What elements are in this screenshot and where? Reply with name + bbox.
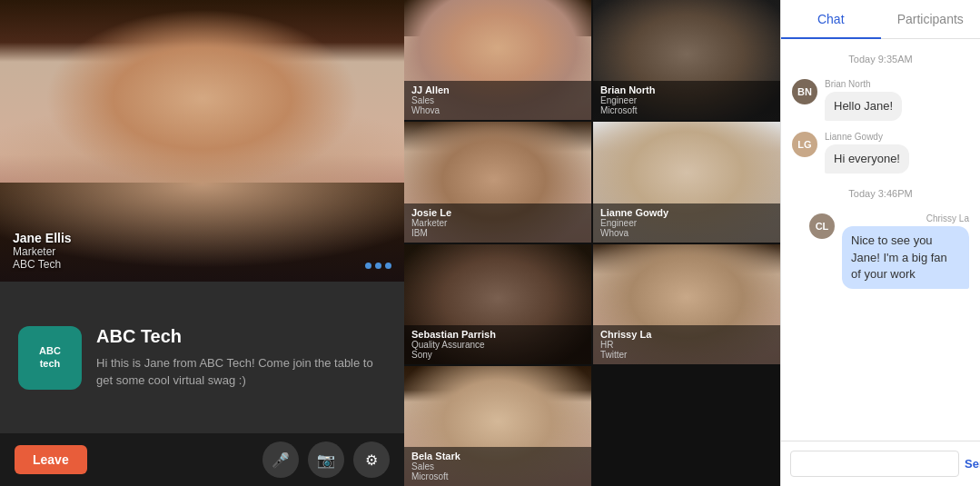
gc-role-0: Sales: [411, 95, 584, 105]
dot-3: [385, 263, 391, 269]
gc-name-2: Josie Le: [411, 207, 584, 218]
gc-name-4: Sebastian Parrish: [411, 329, 584, 340]
chat-message-incoming: LGLianne GowdyHi everyone!: [792, 132, 969, 174]
grid-cell-info-0: JJ AllenSalesWhova: [404, 81, 591, 120]
grid-cell-info-2: Josie LeMarketerIBM: [404, 203, 591, 243]
booth-logo: ABC tech: [18, 326, 82, 390]
gc-name-3: Lianne Gowdy: [600, 207, 773, 218]
video-dots[interactable]: [365, 263, 391, 269]
gc-company-3: Whova: [600, 228, 773, 238]
main-video-role: Marketer: [13, 245, 72, 258]
grid-cell-info-3: Lianne GowdyEngineerWhova: [593, 203, 780, 243]
grid-panel: JJ AllenSalesWhovaBrian NorthEngineerMic…: [404, 0, 780, 486]
main-video-company: ABC Tech: [13, 258, 72, 271]
grid-cell-2: Josie LeMarketerIBM: [404, 122, 591, 242]
grid-cell-info-4: Sebastian ParrishQuality AssuranceSony: [404, 325, 591, 364]
gc-role-4: Quality Assurance: [411, 340, 584, 350]
chat-timestamp: Today 3:46PM: [792, 188, 969, 199]
chat-tabs: Chat Participants: [781, 0, 980, 39]
gc-company-0: Whova: [411, 105, 584, 115]
leave-button[interactable]: Leave: [15, 445, 87, 474]
mic-icon: 🎤: [272, 451, 290, 469]
gc-name-1: Brian North: [600, 84, 773, 95]
dot-2: [375, 263, 381, 269]
chat-avatar: CL: [809, 213, 835, 239]
camera-icon: 📷: [317, 451, 335, 469]
right-panel: Chat Participants Today 9:35AMBNBrian No…: [780, 0, 980, 486]
gc-role-5: HR: [600, 340, 773, 350]
gc-role-3: Engineer: [600, 218, 773, 228]
chat-message-incoming: BNBrian NorthHello Jane!: [792, 79, 969, 121]
grid-cell-info-1: Brian NorthEngineerMicrosoft: [593, 81, 780, 120]
chat-timestamp: Today 9:35AM: [792, 54, 969, 64]
gc-company-5: Twitter: [600, 350, 773, 360]
gc-name-6: Bela Stark: [411, 451, 584, 461]
chat-message-outgoing: Chrissy LaNice to see you Jane! I'm a bi…: [792, 213, 969, 289]
chat-avatar: LG: [792, 132, 817, 157]
chat-bubble: Hello Jane!: [825, 92, 902, 121]
chat-sender: Chrissy La: [842, 213, 969, 223]
camera-button[interactable]: 📷: [308, 441, 344, 478]
gc-name-5: Chrissy La: [600, 329, 773, 340]
main-video: Jane Ellis Marketer ABC Tech: [0, 0, 404, 282]
gc-company-6: Microsoft: [411, 471, 584, 481]
settings-button[interactable]: ⚙: [353, 441, 390, 478]
gc-role-6: Sales: [411, 461, 584, 471]
chat-messages: Today 9:35AMBNBrian NorthHello Jane!LGLi…: [781, 39, 980, 441]
tab-chat[interactable]: Chat: [781, 0, 881, 39]
grid-cell-info-5: Chrissy LaHRTwitter: [593, 325, 780, 364]
grid-cell-info-6: Bela StarkSalesMicrosoft: [404, 447, 591, 486]
gc-name-0: JJ Allen: [411, 84, 584, 95]
gc-role-2: Marketer: [411, 218, 584, 228]
left-panel: Jane Ellis Marketer ABC Tech ABC tech AB…: [0, 0, 404, 486]
grid-cell-3: Lianne GowdyEngineerWhova: [593, 122, 780, 242]
chat-sender: Brian North: [825, 79, 902, 89]
booth-info: ABC Tech Hi this is Jane from ABC Tech! …: [96, 326, 386, 390]
booth-description: Hi this is Jane from ABC Tech! Come join…: [96, 354, 386, 390]
chat-input[interactable]: [790, 451, 959, 477]
grid-cell-0: JJ AllenSalesWhova: [404, 0, 591, 120]
grid-cell-5: Chrissy LaHRTwitter: [593, 244, 780, 364]
chat-sender: Lianne Gowdy: [825, 132, 909, 142]
mic-button[interactable]: 🎤: [262, 441, 299, 478]
tab-participants[interactable]: Participants: [881, 0, 981, 39]
chat-avatar: BN: [792, 79, 817, 104]
gc-company-1: Microsoft: [600, 105, 773, 115]
dot-1: [365, 263, 371, 269]
booth-card: ABC tech ABC Tech Hi this is Jane from A…: [0, 282, 404, 433]
gc-company-4: Sony: [411, 350, 584, 360]
grid-cell-4: Sebastian ParrishQuality AssuranceSony: [404, 244, 591, 364]
main-video-info: Jane Ellis Marketer ABC Tech: [13, 231, 72, 271]
chat-bubble: Hi everyone!: [825, 144, 909, 174]
send-button[interactable]: Send: [965, 457, 980, 471]
chat-input-area: Send: [781, 441, 980, 486]
gc-role-1: Engineer: [600, 95, 773, 105]
booth-logo-text: ABC tech: [39, 345, 61, 369]
grid-cell-6: Bela StarkSalesMicrosoft: [404, 366, 591, 486]
gc-company-2: IBM: [411, 228, 584, 238]
controls-bar: Leave 🎤 📷 ⚙: [0, 433, 404, 486]
booth-name: ABC Tech: [96, 326, 386, 347]
main-video-name: Jane Ellis: [13, 231, 72, 245]
settings-icon: ⚙: [365, 451, 378, 469]
chat-bubble-outgoing: Nice to see you Jane! I'm a big fan of y…: [842, 226, 969, 289]
controls-right: 🎤 📷 ⚙: [262, 441, 390, 478]
grid-cell-1: Brian NorthEngineerMicrosoft: [593, 0, 780, 120]
